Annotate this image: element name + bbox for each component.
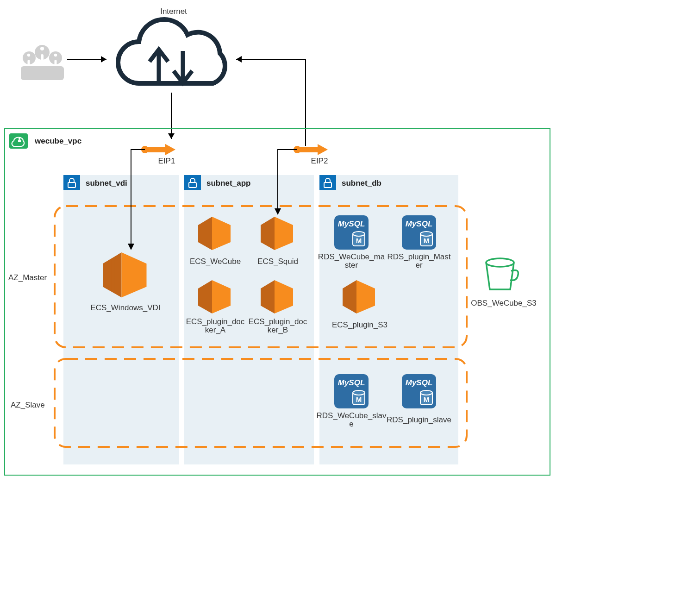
az-master-label: AZ_Master: [8, 273, 47, 282]
svg-marker-11: [101, 56, 106, 63]
conn-cloud-to-eip1: [168, 93, 175, 139]
svg-point-17: [19, 138, 20, 139]
subnet-app-label: subnet_app: [206, 179, 250, 188]
svg-rect-5: [41, 54, 44, 63]
internet-cloud-icon: [118, 19, 225, 83]
obs-bucket-icon: [486, 258, 518, 289]
eip2-arrow: [294, 144, 328, 155]
ecs-windows-vdi-label: ECS_Windows_VDI: [90, 303, 160, 312]
svg-rect-19: [147, 147, 165, 152]
svg-rect-22: [299, 147, 318, 152]
rds-plugin-master-icon: [402, 215, 436, 250]
ecs-wecube-label: ECS_WeCube: [190, 257, 241, 266]
svg-point-8: [54, 54, 57, 56]
rds-plugin-slave-label: RDS_plugin_slave: [387, 415, 451, 424]
rds-wecube-master-icon: [334, 215, 369, 250]
subnet-vdi-label: subnet_vdi: [86, 179, 127, 188]
az-slave-label: AZ_Slave: [11, 401, 45, 409]
vpc-label: wecube_vpc: [34, 137, 81, 145]
svg-rect-0: [21, 66, 64, 80]
eip1-arrow: [141, 144, 175, 155]
svg-marker-20: [165, 144, 175, 155]
svg-marker-12: [236, 56, 242, 63]
rds-wecube-slave-icon: [334, 374, 369, 408]
obs-label: OBS_WeCube_S3: [471, 299, 536, 307]
subnet-db-label: subnet_db: [342, 179, 381, 188]
svg-rect-24: [63, 175, 179, 464]
eip2-label: EIP2: [311, 157, 328, 165]
rds-plugin-slave-icon: [402, 374, 436, 408]
svg-marker-14: [168, 133, 175, 139]
svg-marker-23: [318, 144, 328, 155]
svg-point-6: [27, 54, 30, 56]
svg-point-46: [486, 258, 514, 267]
subnet-vdi-column: subnet_vdi: [63, 175, 179, 464]
users-icon: [21, 45, 64, 80]
ecs-squid-label: ECS_Squid: [257, 257, 298, 266]
svg-point-4: [40, 47, 44, 50]
eip1-label: EIP1: [158, 157, 175, 165]
internet-label: Internet: [160, 7, 187, 16]
svg-rect-9: [55, 60, 57, 66]
ecs-plugin-s3-label: ECS_plugin_S3: [332, 320, 388, 329]
conn-eip2-to-cloud: [236, 56, 306, 146]
svg-rect-7: [28, 60, 30, 66]
conn-users-to-cloud: [67, 56, 106, 63]
